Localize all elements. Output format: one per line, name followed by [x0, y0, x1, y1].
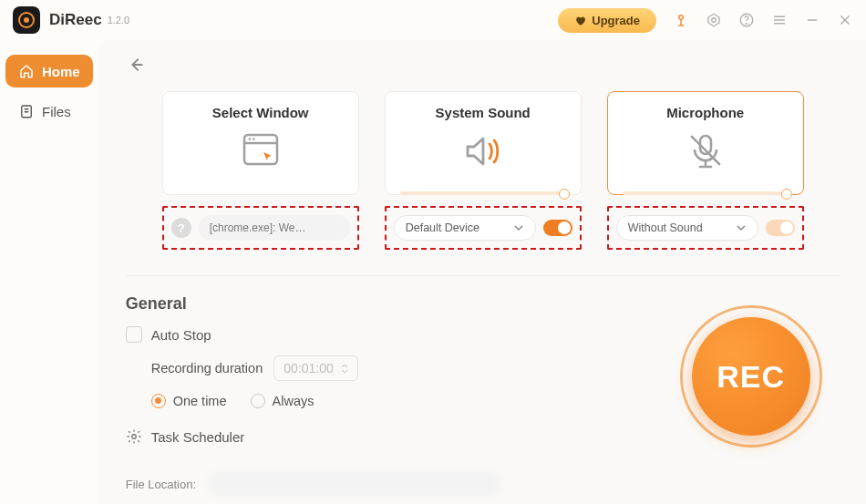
- app-logo: [13, 6, 40, 34]
- svg-point-8: [253, 138, 255, 140]
- recording-duration-input[interactable]: 00:01:00: [273, 355, 358, 381]
- record-button[interactable]: REC: [680, 305, 822, 447]
- window-row-annotation: ? [chrome.exe]: We…: [162, 206, 359, 250]
- select-window-card[interactable]: Select Window: [162, 91, 359, 195]
- svg-point-2: [712, 18, 717, 23]
- chevron-down-icon: [513, 222, 524, 233]
- chevron-down-icon: [736, 222, 747, 233]
- files-icon: [18, 103, 35, 119]
- back-button[interactable]: [126, 55, 840, 78]
- radio-label: One time: [173, 394, 227, 408]
- sidebar-item-home[interactable]: Home: [5, 55, 93, 87]
- divider: [126, 275, 840, 276]
- card-title: Select Window: [163, 105, 358, 120]
- microphone-card[interactable]: Microphone: [607, 91, 804, 195]
- content: Select Window ? [chrome.exe]: We… System…: [98, 40, 866, 504]
- heart-icon: [574, 15, 586, 26]
- svg-point-10: [131, 435, 136, 439]
- close-icon[interactable]: [837, 12, 853, 28]
- card-title: Microphone: [608, 105, 803, 120]
- menu-icon[interactable]: [771, 12, 788, 28]
- always-radio[interactable]: Always: [251, 394, 314, 408]
- microphone-device-select[interactable]: Without Sound: [616, 215, 758, 241]
- svg-point-0: [679, 15, 684, 20]
- gear-icon: [126, 428, 142, 445]
- chevron-down-icon: [341, 369, 348, 374]
- sidebar-item-label: Home: [42, 64, 80, 79]
- volume-slider[interactable]: [400, 191, 566, 195]
- system-sound-block: System Sound Default Device: [385, 91, 582, 250]
- auto-stop-label: Auto Stop: [151, 327, 211, 343]
- upgrade-button[interactable]: Upgrade: [558, 8, 656, 33]
- select-window-block: Select Window ? [chrome.exe]: We…: [162, 91, 359, 250]
- svg-point-7: [248, 138, 251, 140]
- record-label: REC: [692, 317, 810, 436]
- microphone-block: Microphone Without Sound: [607, 91, 804, 250]
- system-sound-card[interactable]: System Sound: [385, 91, 582, 195]
- selected-window-field[interactable]: [chrome.exe]: We…: [199, 215, 350, 241]
- minimize-icon[interactable]: [804, 12, 820, 28]
- titlebar: DiReec 1.2.0 Upgrade: [0, 0, 866, 40]
- upgrade-label: Upgrade: [592, 14, 640, 27]
- mic-volume-slider[interactable]: [623, 191, 789, 195]
- select-value: Without Sound: [628, 221, 703, 234]
- window-icon: [163, 131, 358, 168]
- chevron-up-icon: [341, 364, 348, 368]
- help-badge[interactable]: ?: [171, 218, 191, 238]
- svg-point-4: [747, 23, 747, 24]
- radio-label: Always: [273, 394, 314, 408]
- system-sound-row-annotation: Default Device: [385, 206, 582, 250]
- home-icon: [18, 63, 35, 79]
- microphone-row-annotation: Without Sound: [607, 206, 804, 250]
- app-version: 1.2.0: [108, 15, 129, 26]
- sidebar-item-files[interactable]: Files: [5, 95, 93, 128]
- task-scheduler-label: Task Scheduler: [151, 429, 245, 445]
- auto-stop-checkbox[interactable]: [126, 326, 142, 343]
- duration-value: 00:01:00: [284, 361, 334, 375]
- duration-stepper[interactable]: [341, 364, 348, 374]
- gift-icon[interactable]: [673, 12, 689, 28]
- select-value: Default Device: [406, 221, 479, 234]
- system-sound-toggle[interactable]: [543, 220, 572, 236]
- file-location-path[interactable]: [209, 472, 500, 496]
- system-sound-device-select[interactable]: Default Device: [394, 215, 536, 241]
- recording-duration-label: Recording duration: [151, 361, 263, 375]
- app-name: DiReec: [49, 11, 102, 29]
- sidebar: Home Files: [0, 40, 98, 504]
- microphone-muted-icon: [608, 131, 803, 171]
- speaker-icon: [386, 131, 581, 171]
- one-time-radio[interactable]: One time: [151, 394, 227, 408]
- microphone-toggle[interactable]: [766, 220, 795, 236]
- file-location-label: File Location:: [126, 478, 196, 491]
- help-icon[interactable]: [738, 12, 755, 28]
- sidebar-item-label: Files: [42, 104, 71, 119]
- card-title: System Sound: [386, 105, 581, 120]
- svg-marker-1: [708, 14, 719, 26]
- settings-icon[interactable]: [706, 12, 722, 28]
